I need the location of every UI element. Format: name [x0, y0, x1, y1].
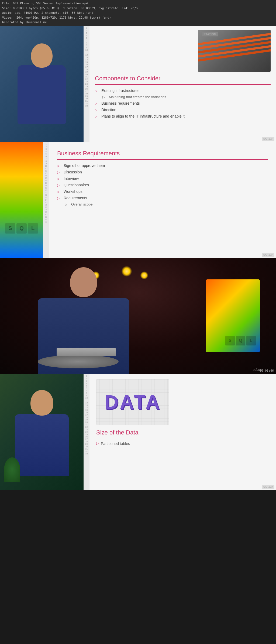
biz-item-5: ▷ Workshops [57, 189, 268, 194]
studio-sql-l: L [246, 336, 256, 345]
slide-content-1: Components to Consider ▷ Existing infras… [89, 26, 276, 142]
slide-item-1: ▷ Existing infrastructures [95, 88, 271, 93]
slide-item-text-4: Direction [101, 108, 116, 112]
bullet-icon-3: ▷ [95, 102, 99, 105]
biz-item-7-sub: ◇ Overall scope [65, 202, 268, 206]
studio-timestamp: 00:05:46 [260, 369, 274, 372]
biz-item-text-3: Interview [64, 176, 79, 181]
biz-bullet-3: ▷ [57, 177, 61, 181]
line-numbers-2: 12345 678910 1112131415 1617181920 21222… [43, 142, 49, 258]
instructor-head-studio [70, 267, 97, 297]
slide-panel-1: 12345 678910 1112131415 1617181920 21222… [84, 26, 276, 142]
bullet-icon-5: ▷ [95, 115, 99, 118]
sql-cell-s: S [5, 223, 15, 234]
biz-item-text-7: Overall scope [71, 202, 92, 206]
slide-item-4: ▷ Direction [95, 108, 271, 112]
slide2-inner: Business Requirements ▷ Sign off or appr… [49, 142, 276, 215]
timestamp-4: 0:20/33 [262, 485, 274, 489]
sql-cell-l: L [28, 223, 38, 234]
biz-item-text-2: Discussion [64, 170, 82, 174]
meta-generated: Generated by Thumbnail me [2, 20, 274, 25]
biz-item-text-4: Questionnaires [64, 183, 89, 187]
instructor-video-1 [0, 26, 84, 142]
frame-1: 12345 678910 1112131415 1617181920 21222… [0, 26, 276, 142]
meta-size: Size: 09810881 bytes (85.65 MiB), durati… [2, 6, 274, 11]
sql-cell-q: Q [16, 223, 27, 234]
instructor-body-2 [15, 414, 69, 476]
timestamp-1: 0:20/33 [262, 137, 274, 141]
slide-item-3: ▷ Business requirements [95, 101, 271, 105]
line-numbers-1: 12345 678910 1112131415 1617181920 21222… [84, 26, 89, 142]
biz-bullet-2: ▷ [57, 170, 61, 174]
slide-item-2-sub: ▷ Main thing that creates the variations [102, 95, 271, 99]
slide-item-text-2: Main thing that creates the variations [109, 95, 166, 99]
studio-background: S Q L udemy 00:05:46 [0, 258, 276, 374]
timestamp-2: 0:20/33 [262, 253, 274, 257]
sub-bullet-icon-1: ▷ [102, 95, 107, 99]
biz-item-text-1: Sign off or approve them [64, 163, 105, 168]
frame-4: 12345 678910 1112131415 1617181920 21222… [0, 374, 276, 490]
studio-sql-s: S [225, 336, 235, 345]
instructor-panel-1 [0, 26, 84, 142]
bullet-icon-1: ▷ [95, 89, 99, 93]
studio-sql-q: Q [236, 336, 245, 345]
instructor-body [18, 65, 66, 124]
slide-title-underline-2 [57, 159, 268, 160]
frame-3: S Q L udemy 00:05:46 [0, 258, 276, 374]
slide-item-text-3: Business requirements [101, 101, 140, 105]
slide-item-text-5: Plans to align to the IT infrastructure … [101, 114, 185, 118]
biz-bullet-4: ▷ [57, 183, 61, 187]
biz-item-text-6: Requirements [64, 196, 87, 200]
data-bullet-1: ▷ [96, 441, 99, 445]
meta-file: File: 002 Planning SQL Server Implementa… [2, 1, 274, 6]
studio-sql-panel: S Q L [206, 279, 260, 352]
data-slide-inner: DATA Size of the Data ▷ Partitioned tabl… [89, 374, 276, 453]
biz-item-6: ▷ Requirements [57, 196, 268, 200]
studio-sql-cells: S Q L [225, 336, 256, 345]
biz-item-4: ▷ Questionnaires [57, 183, 268, 187]
slide-title-underline-1 [95, 84, 271, 85]
data-label: DATA [104, 391, 161, 413]
data-logo-image: DATA [96, 379, 169, 425]
biz-bullet-1: ▷ [57, 164, 61, 168]
plant-decoration [1, 457, 23, 490]
data-item-1: ▷ Partitioned tables [96, 441, 269, 446]
sql-sidebar: S Q L [0, 142, 43, 258]
meta-audio: Audio: aac, 44000 Hz, 2 channels, s16, 5… [2, 11, 274, 15]
instructor-head-2 [30, 390, 53, 416]
instructor-head [31, 43, 53, 68]
data-title-line [96, 438, 269, 438]
instructor-video-2 [0, 374, 84, 490]
meta-bar: File: 002 Planning SQL Server Implementa… [0, 0, 276, 26]
biz-item-text-5: Workshops [64, 189, 82, 194]
sql-cells: S Q L [5, 223, 38, 234]
biz-bullet-6: ▷ [57, 196, 61, 200]
slide-panel-2: 12345 678910 1112131415 1617181920 21222… [43, 142, 276, 258]
slide-item-5: ▷ Plans to align to the IT infrastructur… [95, 114, 271, 118]
instructor-panel-2 [0, 374, 84, 490]
network-cables-image [198, 30, 271, 72]
instructor-figure-1 [11, 38, 73, 130]
biz-sub-bullet-1: ◇ [65, 203, 69, 206]
frame-2: S Q L 12345 678910 1112131415 1617181920… [0, 142, 276, 258]
bullet-icon-4: ▷ [95, 108, 99, 112]
slide-item-text-1: Existing infrastructures [101, 88, 140, 93]
data-slide-title: Size of the Data [96, 429, 269, 436]
slide-title-1: Components to Consider [95, 75, 271, 82]
biz-item-3: ▷ Interview [57, 176, 268, 181]
slide-title-2: Business Requirements [57, 150, 268, 157]
instructor-figure-2 [15, 387, 69, 476]
biz-item-2: ▷ Discussion [57, 170, 268, 174]
data-item-text-1: Partitioned tables [101, 441, 130, 446]
biz-item-1: ▷ Sign off or approve them [57, 163, 268, 168]
studio-laptop [57, 348, 116, 356]
line-numbers-4: 12345 678910 1112131415 1617181920 21222… [84, 374, 89, 490]
meta-video: Video: h264, yuv420p, 1280x720, 1178 kb/… [2, 15, 274, 20]
studio-table [38, 355, 119, 368]
biz-bullet-5: ▷ [57, 190, 61, 194]
data-slide-panel: 12345 678910 1112131415 1617181920 21222… [84, 374, 276, 490]
